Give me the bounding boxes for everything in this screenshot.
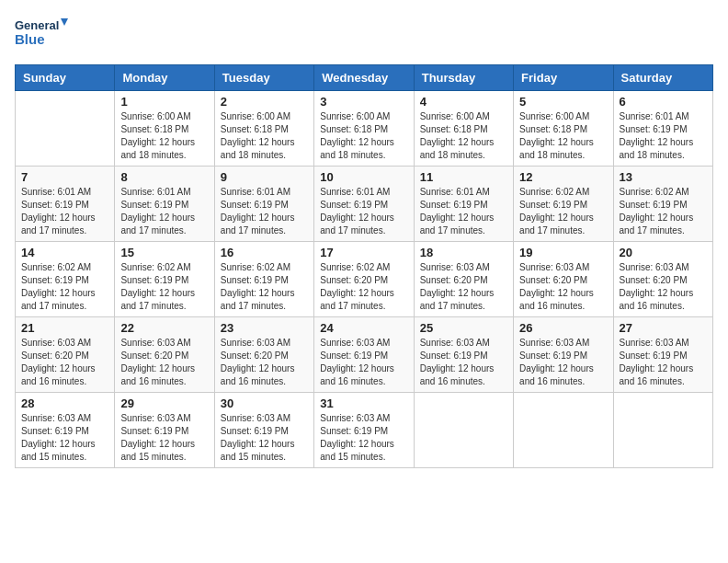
day-number: 21 (21, 321, 108, 335)
day-number: 26 (519, 321, 607, 335)
day-info: Sunrise: 6:01 AMSunset: 6:19 PMDaylight:… (420, 186, 507, 237)
calendar-cell: 9Sunrise: 6:01 AMSunset: 6:19 PMDaylight… (214, 167, 313, 242)
calendar-week-row: 28Sunrise: 6:03 AMSunset: 6:19 PMDayligh… (16, 393, 713, 468)
day-info: Sunrise: 6:03 AMSunset: 6:19 PMDaylight:… (320, 337, 407, 388)
calendar-cell (613, 393, 712, 468)
day-info: Sunrise: 6:00 AMSunset: 6:18 PMDaylight:… (120, 110, 208, 162)
calendar-cell: 7Sunrise: 6:01 AMSunset: 6:19 PMDaylight… (16, 167, 115, 242)
calendar-cell: 4Sunrise: 6:00 AMSunset: 6:18 PMDaylight… (414, 91, 513, 167)
calendar-cell: 28Sunrise: 6:03 AMSunset: 6:19 PMDayligh… (16, 393, 115, 468)
day-number: 22 (120, 321, 208, 335)
day-info: Sunrise: 6:00 AMSunset: 6:18 PMDaylight:… (420, 110, 507, 162)
svg-marker-2 (61, 18, 68, 26)
day-number: 1 (120, 95, 208, 109)
calendar-cell: 10Sunrise: 6:01 AMSunset: 6:19 PMDayligh… (314, 167, 414, 242)
calendar-cell: 22Sunrise: 6:03 AMSunset: 6:20 PMDayligh… (115, 317, 214, 393)
day-info: Sunrise: 6:03 AMSunset: 6:20 PMDaylight:… (620, 261, 707, 313)
day-number: 4 (420, 95, 507, 109)
day-of-week-header: Sunday (16, 65, 115, 91)
calendar-cell: 21Sunrise: 6:03 AMSunset: 6:20 PMDayligh… (16, 317, 115, 393)
calendar-table: SundayMondayTuesdayWednesdayThursdayFrid… (15, 64, 713, 468)
day-info: Sunrise: 6:02 AMSunset: 6:19 PMDaylight:… (620, 186, 707, 237)
day-info: Sunrise: 6:03 AMSunset: 6:19 PMDaylight:… (221, 412, 308, 464)
day-info: Sunrise: 6:03 AMSunset: 6:19 PMDaylight:… (120, 412, 208, 464)
svg-text:Blue: Blue (15, 31, 45, 47)
day-number: 11 (420, 170, 507, 184)
header: General Blue (15, 15, 713, 53)
day-number: 9 (221, 170, 308, 184)
day-info: Sunrise: 6:00 AMSunset: 6:18 PMDaylight:… (320, 110, 407, 162)
calendar-cell: 5Sunrise: 6:00 AMSunset: 6:18 PMDaylight… (514, 91, 613, 167)
day-info: Sunrise: 6:03 AMSunset: 6:19 PMDaylight:… (21, 412, 108, 464)
day-info: Sunrise: 6:03 AMSunset: 6:20 PMDaylight:… (120, 337, 208, 388)
day-number: 5 (519, 95, 607, 109)
calendar-cell: 19Sunrise: 6:03 AMSunset: 6:20 PMDayligh… (514, 242, 613, 317)
day-info: Sunrise: 6:03 AMSunset: 6:19 PMDaylight:… (320, 412, 407, 464)
calendar-cell: 18Sunrise: 6:03 AMSunset: 6:20 PMDayligh… (414, 242, 513, 317)
day-info: Sunrise: 6:02 AMSunset: 6:20 PMDaylight:… (320, 261, 407, 313)
day-info: Sunrise: 6:01 AMSunset: 6:19 PMDaylight:… (221, 186, 308, 237)
day-info: Sunrise: 6:02 AMSunset: 6:19 PMDaylight:… (120, 261, 208, 313)
calendar-cell: 13Sunrise: 6:02 AMSunset: 6:19 PMDayligh… (613, 167, 712, 242)
calendar-cell (414, 393, 513, 468)
day-number: 28 (21, 396, 108, 410)
calendar-cell: 1Sunrise: 6:00 AMSunset: 6:18 PMDaylight… (115, 91, 214, 167)
calendar-cell: 31Sunrise: 6:03 AMSunset: 6:19 PMDayligh… (314, 393, 414, 468)
day-number: 29 (120, 396, 208, 410)
day-number: 19 (519, 246, 607, 259)
calendar-cell: 12Sunrise: 6:02 AMSunset: 6:19 PMDayligh… (514, 167, 613, 242)
logo: General Blue (15, 15, 70, 53)
calendar-cell: 30Sunrise: 6:03 AMSunset: 6:19 PMDayligh… (214, 393, 313, 468)
calendar-cell: 11Sunrise: 6:01 AMSunset: 6:19 PMDayligh… (414, 167, 513, 242)
logo-svg: General Blue (15, 15, 70, 53)
day-number: 13 (620, 170, 707, 184)
calendar-week-row: 1Sunrise: 6:00 AMSunset: 6:18 PMDaylight… (16, 91, 713, 167)
day-info: Sunrise: 6:01 AMSunset: 6:19 PMDaylight:… (21, 186, 108, 237)
day-info: Sunrise: 6:00 AMSunset: 6:18 PMDaylight:… (519, 110, 607, 162)
day-info: Sunrise: 6:01 AMSunset: 6:19 PMDaylight:… (620, 110, 707, 162)
day-number: 2 (221, 95, 308, 109)
day-of-week-header: Friday (514, 65, 613, 91)
day-number: 6 (620, 95, 707, 109)
day-info: Sunrise: 6:03 AMSunset: 6:19 PMDaylight:… (519, 337, 607, 388)
day-info: Sunrise: 6:01 AMSunset: 6:19 PMDaylight:… (320, 186, 407, 237)
day-number: 25 (420, 321, 507, 335)
day-of-week-header: Wednesday (314, 65, 414, 91)
day-number: 16 (221, 246, 308, 259)
day-number: 12 (519, 170, 607, 184)
day-number: 24 (320, 321, 407, 335)
day-info: Sunrise: 6:03 AMSunset: 6:20 PMDaylight:… (519, 261, 607, 313)
day-info: Sunrise: 6:03 AMSunset: 6:20 PMDaylight:… (420, 261, 507, 313)
day-number: 31 (320, 396, 407, 410)
day-info: Sunrise: 6:03 AMSunset: 6:19 PMDaylight:… (620, 337, 707, 388)
calendar-cell: 26Sunrise: 6:03 AMSunset: 6:19 PMDayligh… (514, 317, 613, 393)
day-number: 3 (320, 95, 407, 109)
calendar-cell: 3Sunrise: 6:00 AMSunset: 6:18 PMDaylight… (314, 91, 414, 167)
day-info: Sunrise: 6:02 AMSunset: 6:19 PMDaylight:… (221, 261, 308, 313)
day-number: 10 (320, 170, 407, 184)
day-of-week-header: Tuesday (214, 65, 313, 91)
calendar-cell: 25Sunrise: 6:03 AMSunset: 6:19 PMDayligh… (414, 317, 513, 393)
day-of-week-header: Monday (115, 65, 214, 91)
calendar-cell: 27Sunrise: 6:03 AMSunset: 6:19 PMDayligh… (613, 317, 712, 393)
calendar-week-row: 7Sunrise: 6:01 AMSunset: 6:19 PMDaylight… (16, 167, 713, 242)
calendar-cell: 2Sunrise: 6:00 AMSunset: 6:18 PMDaylight… (214, 91, 313, 167)
day-number: 14 (21, 246, 108, 259)
day-number: 30 (221, 396, 308, 410)
calendar-cell (514, 393, 613, 468)
day-number: 20 (620, 246, 707, 259)
day-info: Sunrise: 6:03 AMSunset: 6:20 PMDaylight:… (221, 337, 308, 388)
calendar-header-row: SundayMondayTuesdayWednesdayThursdayFrid… (16, 65, 713, 91)
calendar-week-row: 21Sunrise: 6:03 AMSunset: 6:20 PMDayligh… (16, 317, 713, 393)
day-number: 7 (21, 170, 108, 184)
calendar-cell: 6Sunrise: 6:01 AMSunset: 6:19 PMDaylight… (613, 91, 712, 167)
calendar-cell: 8Sunrise: 6:01 AMSunset: 6:19 PMDaylight… (115, 167, 214, 242)
day-info: Sunrise: 6:02 AMSunset: 6:19 PMDaylight:… (519, 186, 607, 237)
day-of-week-header: Saturday (613, 65, 712, 91)
calendar-cell: 24Sunrise: 6:03 AMSunset: 6:19 PMDayligh… (314, 317, 414, 393)
day-number: 17 (320, 246, 407, 259)
day-number: 18 (420, 246, 507, 259)
day-info: Sunrise: 6:02 AMSunset: 6:19 PMDaylight:… (21, 261, 108, 313)
calendar-cell: 16Sunrise: 6:02 AMSunset: 6:19 PMDayligh… (214, 242, 313, 317)
calendar-cell: 14Sunrise: 6:02 AMSunset: 6:19 PMDayligh… (16, 242, 115, 317)
